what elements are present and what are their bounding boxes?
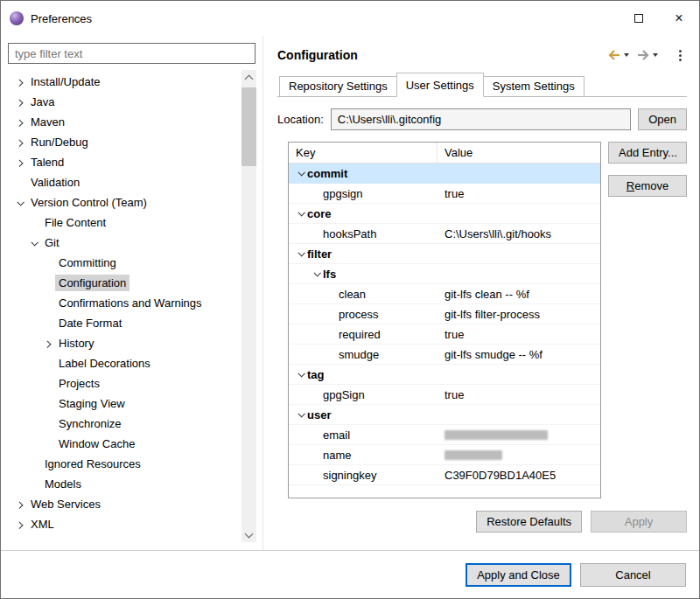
filter-input[interactable] <box>8 43 256 64</box>
back-button[interactable] <box>606 47 631 63</box>
sidebar-item-history[interactable]: History <box>8 333 256 353</box>
chevron-right-icon[interactable] <box>13 518 27 532</box>
tab-system-settings[interactable]: System Settings <box>483 76 584 96</box>
twisty-spacer <box>41 276 55 290</box>
remove-button[interactable]: Remove <box>608 175 687 197</box>
chevron-right-icon[interactable] <box>13 136 27 150</box>
config-row-clean[interactable]: cleangit-lfs clean -- %f <box>289 284 600 304</box>
sidebar-item-label: Synchronize <box>55 415 125 432</box>
apply-and-close-button[interactable]: Apply and Close <box>466 563 571 587</box>
back-dropdown-icon[interactable] <box>624 53 629 57</box>
sidebar-item-projects[interactable]: Projects <box>8 373 256 394</box>
twisty-spacer <box>41 317 55 331</box>
restore-defaults-button[interactable]: Restore Defaults <box>476 511 582 533</box>
sidebar-item-install-update[interactable]: Install/Update <box>8 72 256 92</box>
column-header-key[interactable]: Key <box>289 143 438 163</box>
sidebar-item-label: Confirmations and Warnings <box>55 295 206 311</box>
config-row-name[interactable]: name <box>289 445 600 465</box>
sidebar-item-run-debug[interactable]: Run/Debug <box>8 132 256 152</box>
chevron-right-icon[interactable] <box>13 156 27 170</box>
config-row-filter[interactable]: filter <box>289 244 600 264</box>
chevron-right-icon[interactable] <box>13 95 27 109</box>
sidebar-item-staging-view[interactable]: Staging View <box>8 394 256 414</box>
config-row-user[interactable]: user <box>289 405 600 425</box>
config-row-gpgsign[interactable]: gpgSigntrue <box>289 385 600 405</box>
chevron-down-icon[interactable] <box>310 268 323 281</box>
config-row-core[interactable]: core <box>289 204 600 224</box>
config-row-lfs[interactable]: lfs <box>289 264 600 284</box>
config-row-hookspath[interactable]: hooksPathC:\Users\lli\.git/hooks <box>289 224 600 244</box>
close-button[interactable]: × <box>659 1 699 36</box>
tab-user-settings[interactable]: User Settings <box>396 73 484 97</box>
chevron-down-icon[interactable] <box>13 196 27 210</box>
value-cell <box>438 264 600 283</box>
sidebar-item-synchronize[interactable]: Synchronize <box>8 414 256 434</box>
title-bar: Preferences × <box>1 1 699 36</box>
chevron-down-icon[interactable] <box>294 207 307 220</box>
sidebar-item-talend[interactable]: Talend <box>8 152 256 172</box>
sidebar-item-web-services[interactable]: Web Services <box>8 494 256 514</box>
sidebar-item-xml[interactable]: XML <box>8 514 256 534</box>
config-row-email[interactable]: email <box>289 425 600 445</box>
config-row-required[interactable]: requiredtrue <box>289 324 600 345</box>
key-cell: clean <box>289 284 438 303</box>
config-row-tag[interactable]: tag <box>289 365 600 385</box>
chevron-right-icon[interactable] <box>13 75 27 89</box>
chevron-down-icon[interactable] <box>27 236 41 250</box>
chevron-down-icon[interactable] <box>294 167 307 180</box>
scrollbar-track[interactable] <box>242 85 256 527</box>
sidebar-item-file-content[interactable]: File Content <box>8 212 256 233</box>
tab-repository-settings[interactable]: Repository Settings <box>279 76 397 96</box>
sidebar-item-committing[interactable]: Committing <box>8 253 256 273</box>
key-label: user <box>307 408 331 421</box>
sidebar-item-models[interactable]: Models <box>8 474 256 494</box>
location-field[interactable]: C:\Users\lli\.gitconfig <box>331 108 631 130</box>
chevron-right-icon[interactable] <box>13 115 27 129</box>
chevron-down-icon[interactable] <box>294 247 307 261</box>
value-cell: git-lfs clean -- %f <box>438 284 600 303</box>
sidebar-item-validation[interactable]: Validation <box>8 172 256 192</box>
chevron-right-icon[interactable] <box>41 337 55 351</box>
location-row: Location: C:\Users\lli\.gitconfig Open <box>277 108 687 130</box>
sidebar-item-label-decorations[interactable]: Label Decorations <box>8 353 256 373</box>
sidebar-item-maven[interactable]: Maven <box>8 112 256 132</box>
sidebar-item-version-control-team[interactable]: Version Control (Team) <box>8 192 256 212</box>
tree-scrollbar[interactable] <box>242 70 256 542</box>
forward-dropdown-icon[interactable] <box>653 53 658 57</box>
cancel-button[interactable]: Cancel <box>580 563 686 587</box>
sidebar-item-label: Talend <box>27 154 67 171</box>
add-entry-button[interactable]: Add Entry... <box>608 142 687 164</box>
twisty-spacer <box>27 477 41 491</box>
sidebar-item-git[interactable]: Git <box>8 233 256 253</box>
sidebar-item-window-cache[interactable]: Window Cache <box>8 434 256 454</box>
maximize-button[interactable] <box>619 1 659 36</box>
maximize-icon <box>634 14 643 23</box>
sidebar-item-configuration[interactable]: Configuration <box>8 273 256 293</box>
config-row-gpgsign[interactable]: gpgsigntrue <box>289 184 600 204</box>
value-cell <box>438 244 600 263</box>
sidebar-item-java[interactable]: Java <box>8 92 256 112</box>
chevron-down-icon[interactable] <box>294 368 307 381</box>
config-row-commit[interactable]: commit <box>289 164 600 184</box>
key-label: gpgSign <box>323 388 365 401</box>
column-header-value[interactable]: Value <box>438 146 600 159</box>
sidebar-item-label: Window Cache <box>55 435 138 452</box>
config-row-process[interactable]: processgit-lfs filter-process <box>289 304 600 324</box>
scrollbar-thumb[interactable] <box>242 87 256 166</box>
chevron-down-icon[interactable] <box>294 408 307 421</box>
chevron-right-icon[interactable] <box>13 498 27 512</box>
scroll-down-icon[interactable] <box>242 527 256 542</box>
twisty-spacer <box>41 397 55 411</box>
key-cell: gpgSign <box>289 385 438 404</box>
scroll-up-icon[interactable] <box>242 70 256 85</box>
forward-button[interactable] <box>634 47 660 63</box>
sidebar-item-date-format[interactable]: Date Format <box>8 313 256 333</box>
config-row-signingkey[interactable]: signingkeyC39F0D79BD1A40E5 <box>289 465 600 485</box>
view-menu-icon[interactable] <box>674 48 687 63</box>
config-row-smudge[interactable]: smudgegit-lfs smudge -- %f <box>289 345 600 365</box>
sidebar-item-label: Validation <box>27 174 83 191</box>
sidebar-item-confirmations-and-warnings[interactable]: Confirmations and Warnings <box>8 293 256 313</box>
open-button[interactable]: Open <box>638 108 687 130</box>
sidebar-item-ignored-resources[interactable]: Ignored Resources <box>8 454 256 474</box>
key-cell: smudge <box>289 345 438 364</box>
